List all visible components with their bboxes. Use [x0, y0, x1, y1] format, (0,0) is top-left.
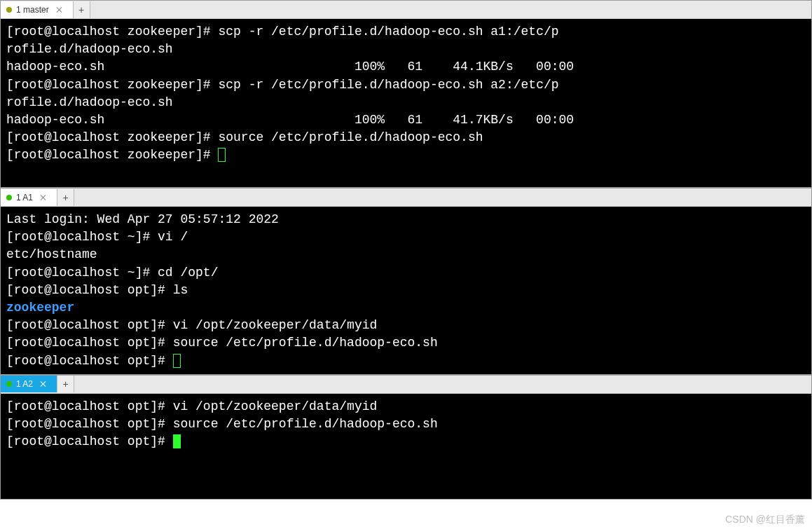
- terminal-pane-master: 1 master + [root@localhost zookeeper]# s…: [0, 0, 812, 188]
- terminal-line: Last login: Wed Apr 27 05:57:12 2022: [6, 211, 806, 228]
- status-dot-icon: [6, 195, 12, 200]
- terminal-text: vi /opt/zookeeper/data/myid: [173, 399, 378, 413]
- add-tab-button[interactable]: +: [57, 189, 74, 206]
- terminal-line: [root@localhost opt]#: [6, 433, 806, 451]
- terminal-text: [root@localhost opt]#: [6, 434, 173, 448]
- terminal-text: scp -r /etc/profile.d/hadoop-eco.sh a1:/…: [218, 25, 558, 39]
- terminal-text: source /etc/profile.d/hadoop-eco.sh: [173, 336, 438, 350]
- tab-master[interactable]: 1 master: [1, 1, 74, 18]
- terminal-pane-a1: 1 A1 + Last login: Wed Apr 27 05:57:12 2…: [0, 188, 812, 375]
- terminal-text: rofile.d/hadoop-eco.sh: [6, 42, 173, 56]
- terminal-line: [root@localhost opt]# vi /opt/zookeeper/…: [6, 398, 806, 415]
- tab-label: 1 master: [16, 5, 49, 15]
- terminal-text: ls: [173, 283, 188, 297]
- terminal-text: hadoop-eco.sh 100% 61 41.7KB/s 00:00: [6, 113, 574, 127]
- cursor-icon: [173, 354, 181, 368]
- terminal-a2[interactable]: [root@localhost opt]# vi /opt/zookeeper/…: [1, 394, 811, 499]
- tab-a1[interactable]: 1 A1: [1, 189, 57, 206]
- terminal-line: [root@localhost opt]# source /etc/profil…: [6, 334, 806, 352]
- terminal-text: [root@localhost opt]#: [6, 399, 173, 413]
- terminal-line: [root@localhost ~]# vi /: [6, 228, 806, 246]
- terminal-text: [root@localhost ~]#: [6, 230, 158, 244]
- terminal-line: [root@localhost opt]#: [6, 352, 806, 370]
- terminal-line: [root@localhost opt]# vi /opt/zookeeper/…: [6, 317, 806, 334]
- terminal-text: [root@localhost zookeeper]#: [6, 130, 218, 144]
- status-dot-icon: [6, 381, 12, 387]
- add-tab-button[interactable]: +: [74, 1, 90, 18]
- terminal-text: source /etc/profile.d/hadoop-eco.sh: [218, 130, 483, 144]
- terminal-line: rofile.d/hadoop-eco.sh: [6, 94, 806, 111]
- terminal-text: Last login: Wed Apr 27 05:57:12 2022: [6, 212, 279, 226]
- tabbar-master: 1 master +: [1, 1, 811, 19]
- tab-label: 1 A1: [16, 193, 33, 202]
- terminal-line: [root@localhost zookeeper]# scp -r /etc/…: [6, 76, 806, 94]
- terminal-text: [root@localhost opt]#: [6, 354, 173, 368]
- terminal-text: source /etc/profile.d/hadoop-eco.sh: [173, 417, 438, 431]
- terminal-line: hadoop-eco.sh 100% 61 44.1KB/s 00:00: [6, 58, 806, 76]
- tab-a2[interactable]: 1 A2: [1, 376, 57, 392]
- watermark-text: CSDN @红目香薰: [725, 514, 805, 526]
- close-icon[interactable]: [56, 6, 63, 13]
- terminal-text: rofile.d/hadoop-eco.sh: [6, 95, 173, 109]
- terminal-text: [root@localhost opt]#: [6, 283, 173, 297]
- terminal-line: [root@localhost zookeeper]#: [6, 146, 806, 164]
- terminal-text: vi /: [158, 230, 188, 244]
- terminal-line: [root@localhost zookeeper]# scp -r /etc/…: [6, 23, 806, 41]
- terminal-text: [root@localhost ~]#: [6, 266, 158, 280]
- close-icon[interactable]: [40, 380, 47, 387]
- terminal-text: scp -r /etc/profile.d/hadoop-eco.sh a2:/…: [218, 78, 558, 92]
- cursor-icon: [218, 148, 226, 162]
- terminal-text: [root@localhost zookeeper]#: [6, 148, 218, 162]
- close-icon[interactable]: [40, 194, 47, 201]
- status-dot-icon: [6, 7, 12, 13]
- terminal-line: rofile.d/hadoop-eco.sh: [6, 41, 806, 58]
- terminal-text: [root@localhost opt]#: [6, 318, 173, 332]
- terminal-text: [root@localhost zookeeper]#: [6, 25, 218, 39]
- terminal-text: [root@localhost opt]#: [6, 417, 173, 431]
- terminal-line: [root@localhost opt]# source /etc/profil…: [6, 415, 806, 433]
- terminal-line: [root@localhost opt]# ls: [6, 282, 806, 299]
- terminal-text: etc/hostname: [6, 247, 97, 261]
- terminal-text: vi /opt/zookeeper/data/myid: [173, 318, 378, 332]
- tabbar-a1: 1 A1 +: [1, 188, 811, 207]
- terminal-text: [root@localhost opt]#: [6, 336, 173, 350]
- terminal-text: hadoop-eco.sh 100% 61 44.1KB/s 00:00: [6, 60, 574, 74]
- terminal-line: zookeeper: [6, 299, 806, 317]
- tab-label: 1 A2: [16, 379, 33, 389]
- terminal-text: zookeeper: [6, 301, 74, 315]
- terminal-line: [root@localhost ~]# cd /opt/: [6, 264, 806, 282]
- terminal-line: [root@localhost zookeeper]# source /etc/…: [6, 129, 806, 146]
- terminal-a1[interactable]: Last login: Wed Apr 27 05:57:12 2022[roo…: [1, 207, 811, 374]
- cursor-icon: [173, 434, 181, 448]
- add-tab-button[interactable]: +: [57, 376, 74, 392]
- tabbar-a2: 1 A2 +: [1, 376, 811, 394]
- terminal-text: cd /opt/: [158, 266, 218, 280]
- terminal-text: [root@localhost zookeeper]#: [6, 78, 218, 92]
- terminal-pane-a2: 1 A2 + [root@localhost opt]# vi /opt/zoo…: [0, 375, 812, 500]
- terminal-line: etc/hostname: [6, 246, 806, 263]
- terminal-line: hadoop-eco.sh 100% 61 41.7KB/s 00:00: [6, 111, 806, 129]
- terminal-master[interactable]: [root@localhost zookeeper]# scp -r /etc/…: [1, 19, 811, 187]
